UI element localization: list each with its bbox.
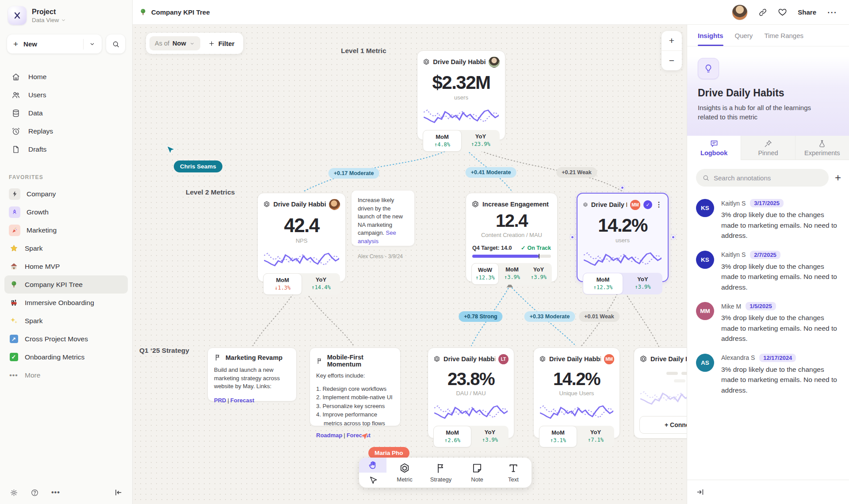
stat-yoy[interactable]: YoY↑23.9% <box>462 130 500 152</box>
subtab-logbook[interactable]: Logbook <box>687 136 741 160</box>
annotation-search[interactable] <box>696 169 829 187</box>
stat-mom[interactable]: MoM↑3.9% <box>499 263 525 285</box>
favorites-more[interactable]: ••• More <box>4 366 128 384</box>
tab-insights[interactable]: Insights <box>698 25 723 46</box>
tool-strategy[interactable]: Strategy <box>423 458 459 488</box>
favorite-growth[interactable]: Growth <box>4 203 128 221</box>
metric-card-nps[interactable]: Drive Daily Habbits 42.4 NPS MoM↓1.3% Yo… <box>257 193 346 282</box>
stat-yoy[interactable]: YoY↑3.9% <box>471 426 509 447</box>
connect-button[interactable]: + Connect <box>639 416 687 434</box>
share-button[interactable]: Share <box>798 8 816 16</box>
annotation-entry[interactable]: KS Kaitlyn S3/17/2025 3% drop likely due… <box>687 189 849 241</box>
metric-icon <box>639 355 647 363</box>
annotation-entry[interactable]: KS Kaitlyn S2/7/2025 3% drop likely due … <box>687 241 849 293</box>
annotation-date[interactable]: 3/17/2025 <box>750 199 784 207</box>
metric-card-selected[interactable]: Drive Daily Habb.. MM ✓ ⋮ 14.2% users Mo… <box>577 193 669 282</box>
stat-wow[interactable]: WoW↑12.3% <box>471 263 499 285</box>
copy-link-icon[interactable] <box>758 8 767 17</box>
flag-icon <box>316 357 323 365</box>
sidebar-item-data[interactable]: Data <box>0 104 132 122</box>
annotation-entry[interactable]: AS Alexandra S12/17/2024 3% drop likely … <box>687 344 849 396</box>
metric-hexagon-icon <box>399 462 410 474</box>
as-of-selector[interactable]: As of Now <box>149 36 200 50</box>
chevron-down-icon <box>189 41 195 46</box>
favorite-onboarding-metrics[interactable]: ✓ Onboarding Metrics <box>4 348 128 366</box>
sidebar-item-drafts[interactable]: Drafts <box>0 140 132 158</box>
tool-note[interactable]: Note <box>459 458 495 488</box>
forecast-link[interactable]: Forecast <box>230 397 254 404</box>
metric-card-unique-users[interactable]: Drive Daily Habbits MM 14.2% Unique User… <box>533 347 620 439</box>
stat-mom[interactable]: MoM↑12.3% <box>583 273 623 294</box>
roadmap-link[interactable]: Roadmap <box>316 432 342 439</box>
metric-card-empty[interactable]: Drive Daily Habbits + Connect <box>634 347 687 439</box>
search-button[interactable] <box>106 34 125 53</box>
favorite-heart-icon[interactable] <box>778 8 787 17</box>
collapse-sidebar-icon[interactable] <box>114 488 122 497</box>
sidebar-item-replays[interactable]: Replays <box>0 122 132 140</box>
stat-mom[interactable]: MoM↓1.3% <box>263 273 302 295</box>
favorite-home-mvp[interactable]: Home MVP <box>4 257 128 275</box>
favorite-spark-2[interactable]: Spark <box>4 312 128 330</box>
collapse-panel-icon[interactable] <box>696 488 705 496</box>
metric-value: 14.2% <box>583 215 662 236</box>
kpi-tree-canvas[interactable]: As of Now Filter + − Level 1 Metric Leve… <box>133 25 687 504</box>
note-card[interactable]: Increase likely driven by the launch of … <box>352 191 414 246</box>
add-annotation-button[interactable]: + <box>835 172 841 183</box>
tool-text[interactable]: Text <box>495 458 532 488</box>
stat-mom[interactable]: MoM↑4.8% <box>423 130 462 152</box>
help-icon[interactable] <box>31 489 39 497</box>
user-avatar[interactable] <box>732 4 748 20</box>
zoom-in-button[interactable]: + <box>662 31 682 50</box>
annotation-entry[interactable]: MM Mike M1/5/2025 3% drop likely due to … <box>687 292 849 344</box>
strategy-title: Marketing Revamp <box>226 354 283 361</box>
annotation-search-input[interactable] <box>714 174 822 182</box>
stat-mom[interactable]: MoM↑3.1% <box>539 426 577 447</box>
prd-link[interactable]: PRD <box>214 397 226 404</box>
zoom-out-button[interactable]: − <box>662 51 682 70</box>
new-button[interactable]: + New <box>7 34 102 53</box>
favorite-immersive-onboarding[interactable]: Immersive Onboarding <box>4 294 128 312</box>
note-icon <box>471 462 483 474</box>
subtab-pinned[interactable]: Pinned <box>741 136 795 160</box>
favorite-marketing[interactable]: Marketing <box>4 221 128 239</box>
favorite-company[interactable]: Company <box>4 185 128 203</box>
tab-time-ranges[interactable]: Time Ranges <box>764 25 803 46</box>
stat-yoy[interactable]: YoY↑14.4% <box>302 273 340 295</box>
stat-yoy[interactable]: YoY↑3.9% <box>525 263 552 285</box>
annotation-date[interactable]: 2/7/2025 <box>750 251 780 259</box>
hand-tool-button[interactable] <box>359 458 386 473</box>
strategy-card-marketing-revamp[interactable]: Marketing Revamp Build and launch a new … <box>207 347 297 401</box>
tab-query[interactable]: Query <box>735 25 753 46</box>
favorite-spark[interactable]: Spark <box>4 239 128 257</box>
card-menu-icon[interactable]: ⋮ <box>655 201 662 208</box>
selection-handle[interactable] <box>620 186 624 190</box>
select-tool-button[interactable] <box>359 473 386 488</box>
subtab-experiments[interactable]: Experiments <box>795 136 849 160</box>
project-switcher[interactable]: Project Data View <box>0 0 132 31</box>
stat-mom[interactable]: MoM↑2.6% <box>433 426 471 447</box>
metric-card-engagement[interactable]: Increase Engagement 12.4 Content Creatio… <box>466 193 558 282</box>
favorite-company-kpi-tree[interactable]: Company KPI Tree <box>4 275 128 294</box>
more-options-icon[interactable]: ⋯ <box>827 8 838 17</box>
favorite-cross-project-moves[interactable]: ↗ Cross Project Moves <box>4 330 128 348</box>
more-horizontal-icon[interactable]: ••• <box>51 489 60 496</box>
filter-button[interactable]: Filter <box>203 40 240 47</box>
metric-icon <box>263 200 270 208</box>
selection-handle[interactable] <box>671 235 675 239</box>
metric-value: 42.4 <box>263 214 340 237</box>
annotation-date[interactable]: 12/17/2024 <box>759 354 796 362</box>
sidebar-nav: Home Users Data Replays Drafts <box>0 68 132 158</box>
chevron-down-icon[interactable] <box>89 41 96 47</box>
metric-card-dau-mau[interactable]: Drive Daily Habbits LT 23.8% DAU / MAU M… <box>428 347 514 439</box>
annotation-author: Kaitlyn S <box>721 251 746 258</box>
tool-metric[interactable]: Metric <box>386 458 423 488</box>
metric-card-level1[interactable]: Drive Daily Habbits $2.32M users MoM↑4.8… <box>417 50 505 140</box>
strategy-card-mobile-first[interactable]: Mobile-First Momentum Key efforts includ… <box>310 347 401 426</box>
stat-yoy[interactable]: YoY↑7.1% <box>577 426 614 447</box>
selection-handle[interactable] <box>570 235 574 239</box>
stat-yoy[interactable]: YoY↑3.9% <box>623 273 662 294</box>
sidebar-item-home[interactable]: Home <box>0 68 132 86</box>
sidebar-item-users[interactable]: Users <box>0 86 132 104</box>
annotation-date[interactable]: 1/5/2025 <box>746 302 776 310</box>
settings-gear-icon[interactable] <box>10 489 18 497</box>
